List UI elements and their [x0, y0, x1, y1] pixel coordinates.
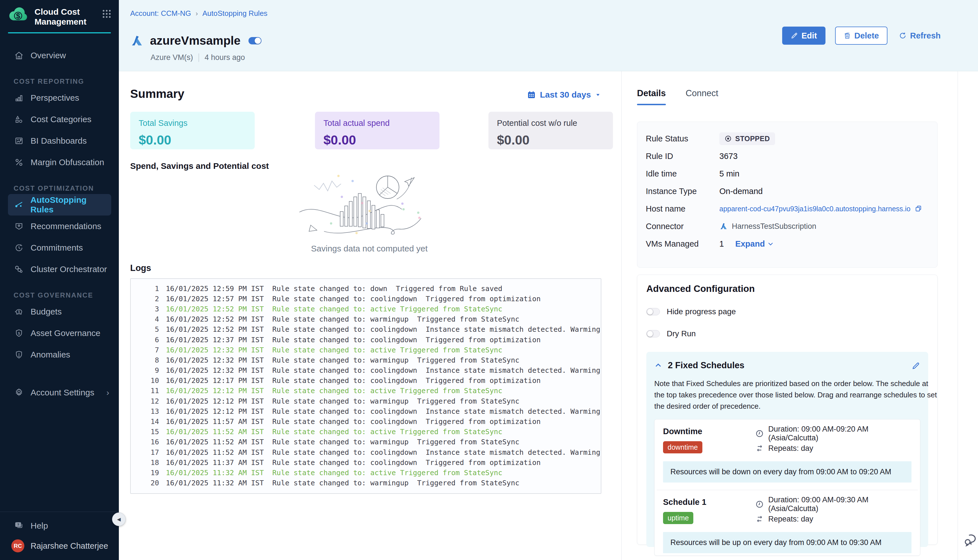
svg-text:$: $	[16, 12, 20, 20]
edit-button[interactable]: Edit	[782, 27, 826, 45]
dashboard-image-icon	[13, 136, 24, 145]
dry-run-toggle[interactable]	[646, 330, 660, 337]
hide-progress-toggle[interactable]	[646, 308, 660, 315]
sidebar-item-label: AutoStopping Rules	[30, 195, 111, 214]
app-logo-row: $ Cloud Cost Management	[0, 0, 119, 32]
sidebar-item-label: Margin Obfuscation	[30, 158, 104, 167]
advanced-config-heading: Advanced Configuration	[646, 283, 928, 294]
sidebar-section-cost-reporting: COST REPORTING	[13, 77, 119, 85]
date-range-picker[interactable]: Last 30 days	[527, 90, 601, 100]
right-rail-divider	[958, 71, 958, 560]
sidebar-item-anomalies[interactable]: Anomalies	[0, 344, 119, 365]
page-title: azureVmsample	[150, 34, 240, 48]
host-name-row: Host name apparent-cod-cu47pvu93ja1is9la…	[646, 200, 937, 217]
clock-icon	[755, 429, 764, 438]
log-line: 1216/01/2025 12:12 PM IST Rule state cha…	[137, 396, 601, 406]
subtitle-divider	[199, 53, 199, 62]
help-label: Help	[30, 521, 48, 531]
title-row: azureVmsample	[130, 33, 262, 48]
sidebar-item-budgets[interactable]: $ Budgets	[0, 301, 119, 322]
schedules-list-card: Downtime downtime Duration: 09:00 AM-09:…	[654, 419, 920, 556]
sidebar-item-label: Cost Categories	[30, 115, 92, 124]
svg-text:$: $	[18, 332, 20, 335]
dry-run-label: Dry Run	[667, 329, 696, 338]
refresh-button-label: Refresh	[910, 31, 941, 40]
shield-alert-icon	[13, 350, 24, 359]
sidebar-section-cost-optimization: COST OPTIMIZATION	[13, 184, 119, 192]
sidebar-collapse-button[interactable]: ◀	[112, 512, 126, 526]
sidebar-item-autostopping-rules[interactable]: AutoStopping Rules	[8, 194, 111, 215]
log-line-active: 1516/01/2025 11:52 AM IST Rule state cha…	[137, 427, 601, 437]
breadcrumb-account-link[interactable]: Account: CCM-NG	[130, 9, 191, 18]
tab-details[interactable]: Details	[637, 88, 666, 105]
breadcrumb-separator: ›	[195, 10, 198, 18]
sidebar-item-commitments[interactable]: Commitments	[0, 237, 119, 258]
refresh-button[interactable]: Refresh	[897, 27, 942, 45]
svg-text:?: ?	[17, 523, 19, 526]
advanced-configuration-card: Advanced Configuration Hide progress pag…	[637, 275, 938, 545]
hide-progress-toggle-row: Hide progress page	[646, 307, 928, 316]
shield-dollar-icon: $	[13, 328, 24, 338]
expand-vms-link[interactable]: Expand	[735, 239, 774, 248]
delete-button[interactable]: Delete	[835, 27, 888, 45]
log-line-active: 316/01/2025 12:52 PM IST Rule state chan…	[137, 304, 601, 314]
sidebar-item-recommendations[interactable]: Recommendations	[0, 215, 119, 237]
sidebar-item-margin-obfuscation[interactable]: Margin Obfuscation	[0, 152, 119, 173]
rule-status-row: Rule Status STOPPED	[646, 130, 937, 147]
header-actions: Edit Delete Refresh	[782, 27, 942, 45]
potential-cost-card: Potential cost w/o rule $0.00	[489, 112, 613, 149]
sidebar-item-label: Overview	[30, 51, 66, 60]
logs-heading: Logs	[130, 263, 151, 273]
sidebar-item-asset-governance[interactable]: $ Asset Governance	[0, 322, 119, 344]
rule-id-row: Rule ID 3673	[646, 147, 937, 165]
schedule-duration: Duration: 09:00 AM-09:20 AM (Asia/Calcut…	[755, 427, 914, 440]
edit-schedules-pencil-icon[interactable]	[911, 361, 920, 370]
copy-icon[interactable]	[915, 205, 922, 213]
sidebar-item-cost-categories[interactable]: Cost Categories	[0, 108, 119, 130]
avatar: RC	[11, 539, 24, 552]
ccm-cloud-logo-icon: $	[8, 7, 29, 23]
schedule-downtime[interactable]: Downtime downtime Duration: 09:00 AM-09:…	[654, 427, 920, 483]
sidebar-item-overview[interactable]: Overview	[0, 45, 119, 66]
rule-enabled-toggle[interactable]	[249, 37, 262, 44]
spend-chart-title: Spend, Savings and Potential cost	[130, 161, 269, 171]
vms-count: 1	[719, 239, 724, 248]
log-line: 1016/01/2025 12:17 PM IST Rule state cha…	[137, 376, 601, 386]
log-line-active: 716/01/2025 12:32 PM IST Rule state chan…	[137, 345, 601, 355]
sidebar-item-bi-dashboards[interactable]: BI Dashboards	[0, 130, 119, 152]
support-chat-icon[interactable]	[963, 532, 978, 548]
tab-connect[interactable]: Connect	[686, 88, 718, 105]
schedule-uptime[interactable]: Schedule 1 uptime Duration: 09:00 AM-09:…	[654, 497, 920, 553]
azure-connector-icon	[719, 222, 728, 230]
sidebar-item-cluster-orchestrator[interactable]: Cluster Orchestrator	[0, 258, 119, 280]
log-line: 916/01/2025 12:32 PM IST Rule state chan…	[137, 365, 601, 376]
sidebar-item-help[interactable]: ? Help	[0, 516, 119, 536]
instance-type-row: Instance Type On-demand	[646, 182, 937, 200]
sidebar-item-perspectives[interactable]: Perspectives	[0, 87, 119, 108]
log-line: 816/01/2025 12:32 PM IST Rule state chan…	[137, 355, 601, 365]
delete-button-label: Delete	[854, 31, 879, 40]
chevron-up-icon[interactable]	[654, 362, 662, 369]
connector-name: HarnessTestSubscription	[732, 222, 816, 231]
date-range-label: Last 30 days	[540, 90, 591, 100]
log-line: 216/01/2025 12:57 PM IST Rule state chan…	[137, 293, 601, 304]
log-line: 1316/01/2025 12:12 PM IST Rule state cha…	[137, 406, 601, 416]
host-name-link[interactable]: apparent-cod-cu47pvu93ja1is9la0c0.autost…	[719, 205, 910, 213]
logs-panel[interactable]: 116/01/2025 12:59 PM IST Rule state chan…	[130, 278, 601, 494]
repeat-icon	[755, 444, 764, 453]
sidebar-item-label: Asset Governance	[30, 328, 100, 338]
pencil-icon	[791, 32, 798, 39]
card-value: $0.00	[139, 132, 246, 148]
sidebar-item-account-settings[interactable]: Account Settings ›	[0, 382, 119, 403]
module-grid-icon[interactable]	[102, 9, 112, 19]
repeat-icon	[755, 515, 764, 523]
summary-cards: Total Savings $0.00 Total actual spend $…	[130, 112, 613, 149]
calendar-icon	[527, 90, 536, 99]
breadcrumb-page-link[interactable]: AutoStopping Rules	[202, 9, 267, 18]
details-tabs: Details Connect	[637, 88, 718, 105]
user-name: Rajarshee Chatterjee	[30, 541, 108, 551]
user-profile[interactable]: RC Rajarshee Chatterjee	[0, 536, 119, 560]
log-line: 1816/01/2025 11:37 AM IST Rule state cha…	[137, 457, 601, 468]
clock-icon	[755, 500, 764, 508]
caret-down-icon	[595, 92, 601, 98]
